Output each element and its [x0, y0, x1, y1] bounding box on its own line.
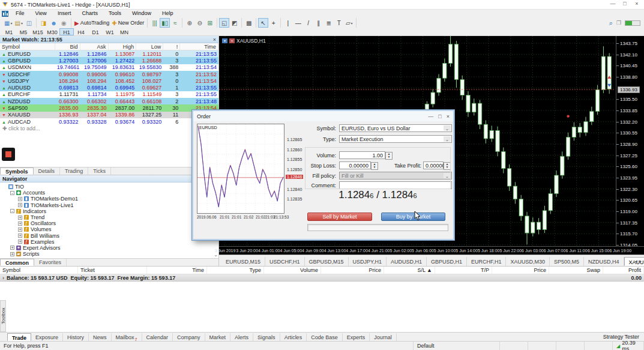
chart-tab-sp500-m5[interactable]: SP500,M5 [550, 257, 584, 266]
mw-col-bid[interactable]: Bid [55, 43, 80, 50]
tab-symbols[interactable]: Symbols [0, 167, 34, 175]
expand-icon[interactable]: + [18, 222, 22, 226]
toolbox-col-s-l[interactable]: S/L ▲ [384, 267, 435, 274]
nav-item-indicators[interactable]: -ƒIndicators [0, 208, 218, 214]
search-icon[interactable]: ⌕ [609, 19, 613, 27]
minimize-icon[interactable]: — [607, 0, 619, 8]
chevron-down-icon[interactable]: ⌄ [444, 125, 451, 131]
nav-item-tiomarkets-live1[interactable]: +▮TIOMarkets-Live1 [0, 202, 218, 208]
collapse-icon[interactable]: - [10, 191, 14, 195]
market-watch-close-icon[interactable]: × [213, 37, 216, 43]
type-select[interactable]: Market Execution⌄ [339, 135, 452, 143]
toolbox-tab-code-base[interactable]: Code Base [307, 333, 343, 341]
menu-tools[interactable]: Tools [103, 10, 127, 17]
toolbox-tab-news[interactable]: News [89, 333, 112, 341]
expand-icon[interactable]: + [18, 240, 22, 244]
cursor-icon[interactable]: ↖ [258, 18, 268, 28]
channel-icon[interactable]: ∥ [313, 18, 324, 28]
market-row-s-p500[interactable]: ▼S&P5002835.002835.302837.002811.703021:… [0, 104, 218, 111]
broadcast-icon[interactable]: ◉ [59, 18, 69, 28]
nav-item-trend[interactable]: +ƒTrend [0, 214, 218, 220]
toolbox-tab-journal[interactable]: Journal [370, 333, 397, 341]
menu-charts[interactable]: Charts [76, 10, 103, 17]
expand-icon[interactable]: + [18, 216, 22, 220]
timeframe-mn[interactable]: MN [117, 28, 131, 35]
chart-tab-audusd-h1[interactable]: AUDUSD,H1 [387, 257, 427, 266]
chart-window-close-icon[interactable]: × [229, 38, 235, 43]
candles-mode-icon[interactable]: ▮▯ [160, 18, 170, 28]
chart-tab-usdjpy-h1[interactable]: USDJPY,H1 [349, 257, 387, 266]
menu-window[interactable]: Window [127, 10, 157, 17]
tab-favorites[interactable]: Favorites [34, 259, 67, 266]
toolbox-tab-mailbox[interactable]: Mailbox7 [112, 333, 142, 341]
bars-mode-icon[interactable]: ||| [149, 18, 160, 28]
nav-item-bill-williams[interactable]: +ƒBill Williams [0, 233, 218, 239]
timeframe-h4[interactable]: H4 [74, 28, 88, 35]
trendline-icon[interactable]: / [303, 18, 313, 28]
crosshair-icon[interactable]: + [268, 18, 278, 28]
objects-icon[interactable]: ▩ [244, 18, 254, 28]
toolbox-col-type[interactable]: Type [207, 267, 264, 274]
buy-by-market-button[interactable]: Buy by Market [381, 213, 445, 221]
chart-tab-nzdusd-h4[interactable]: NZDUSD,H4 [584, 257, 624, 266]
market-row-usdmxn[interactable]: ▲USDMXN19.7466119.7504919.8363119.558303… [0, 64, 218, 71]
symbol-select[interactable]: EURUSD, Euro vs US Dollar⌄ [339, 124, 452, 132]
new-order-icon[interactable]: ✚New Order [110, 18, 145, 28]
arrange-windows-icon[interactable]: ◱ [219, 18, 229, 28]
restore-icon[interactable]: □ [619, 0, 631, 8]
nav-item-accounts[interactable]: -◆Accounts [0, 190, 218, 196]
zoom-out-icon[interactable]: ⊖ [194, 18, 205, 28]
toolbox-col-symbol[interactable]: Symbol [0, 267, 78, 274]
timeframe-d1[interactable]: D1 [88, 28, 103, 35]
chat-icon[interactable]: ❐ [616, 20, 621, 26]
toolbox-tab-calendar[interactable]: Calendar [142, 333, 173, 341]
mw-col-low[interactable]: Low [136, 43, 163, 50]
tile-windows-icon[interactable]: ⊞ [205, 18, 215, 28]
nav-item-expert-advisors[interactable]: +✦Expert Advisors [0, 245, 218, 251]
market-watch-add-row[interactable]: ✚ click to add... [0, 125, 218, 131]
mw-col--[interactable]: ! [163, 43, 180, 50]
status-profile[interactable]: Default [413, 342, 500, 350]
timeframe-h1[interactable]: H1 [59, 28, 74, 35]
toolbox-tab-experts[interactable]: Experts [343, 333, 370, 341]
market-row-xauusd[interactable]: ▼XAUUSD1336.931337.041339.861327.251121:… [0, 112, 218, 118]
mw-col-symbol[interactable]: Symbol [0, 43, 55, 50]
chart-window-menu-icon[interactable]: ▾ [222, 38, 227, 43]
nav-item-tio[interactable]: ▣TIO [0, 184, 218, 190]
chart-child-icon[interactable] [2, 11, 8, 17]
toolbox-col-time[interactable]: Time [147, 267, 207, 274]
expand-icon[interactable]: + [10, 252, 14, 256]
menu-insert[interactable]: Insert [52, 10, 77, 17]
toolbox-tab-exposure[interactable]: Exposure [31, 333, 63, 341]
text-icon[interactable]: T [334, 18, 344, 28]
chart-tab-gbpusd-m15[interactable]: GBPUSD,M15 [305, 257, 349, 266]
tab-ticks[interactable]: Ticks [88, 167, 111, 175]
market-row-audusd[interactable]: ▲AUDUSD0.698130.698140.699450.69627121:1… [0, 84, 218, 91]
expand-icon[interactable]: + [10, 246, 14, 250]
navigator-scroll-down-icon[interactable]: ⌄ [214, 252, 218, 258]
mw-col-time[interactable]: Time [180, 43, 218, 50]
tab-common[interactable]: Common [0, 259, 34, 266]
status-latency[interactable]: ◢20.39 ms [613, 342, 644, 350]
new-chart-icon[interactable]: ▦▾ [3, 18, 13, 28]
nav-item-tiomarkets-demo1[interactable]: +▮TIOMarkets-Demo1 [0, 196, 218, 202]
expand-icon[interactable]: + [18, 234, 22, 238]
mw-col-high[interactable]: High [109, 43, 137, 50]
dialog-minimize-icon[interactable]: — [428, 113, 433, 119]
balance-row[interactable]: › Balance: 15 593.17 USD Equity: 15 593.… [0, 274, 644, 282]
balance-collapse-icon[interactable]: › [2, 275, 4, 281]
tab-trading[interactable]: Trading [60, 167, 88, 175]
toolbox-col-volume[interactable]: Volume [264, 267, 321, 274]
market-row-eurchf[interactable]: ▲EURCHF1.117311.117341.119751.11549321:1… [0, 91, 218, 98]
chevron-down-icon[interactable]: ⌄ [444, 136, 451, 142]
timeframe-m15[interactable]: M15 [31, 28, 45, 35]
menu-view[interactable]: View [30, 10, 52, 17]
chart-time-axis[interactable]: 3 Jun 20193 Jun 20:004 Jun 01:004 Jun 05… [219, 246, 644, 255]
toolbox-tab-trade[interactable]: Trade [7, 333, 31, 341]
toolbox-tab-market[interactable]: Market [205, 333, 231, 341]
nav-item-oscillators[interactable]: +ƒOscillators [0, 220, 218, 226]
toolbox-col-profit[interactable]: Profit [603, 267, 644, 274]
vertical-line-icon[interactable]: | [283, 18, 293, 28]
timeframe-m5[interactable]: M5 [16, 28, 31, 35]
toolbox-col-price[interactable]: Price [321, 267, 384, 274]
